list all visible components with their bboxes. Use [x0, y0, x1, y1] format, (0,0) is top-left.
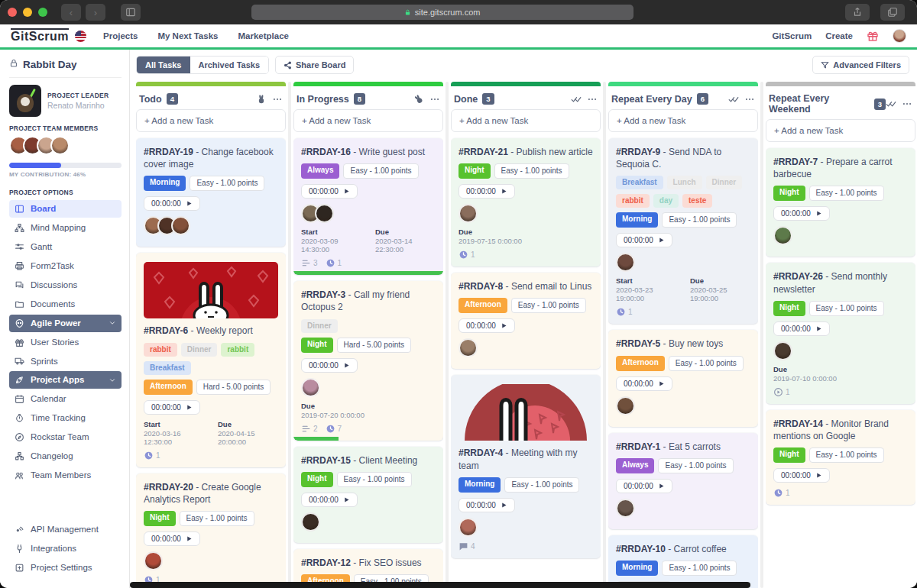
task-card[interactable]: #RRDAY-19 - Change facebook cover imageM…: [136, 138, 286, 247]
back-button[interactable]: ‹: [61, 4, 81, 21]
dots-icon[interactable]: [587, 94, 598, 105]
sidebar-item-calendar[interactable]: Calendar: [9, 390, 122, 408]
assignee-avatar[interactable]: [301, 378, 320, 397]
advanced-filters-button[interactable]: Advanced Filters: [812, 56, 909, 74]
play-icon[interactable]: [186, 404, 193, 411]
task-card[interactable]: #RRDAY-26 - Send monthly newsletterNight…: [766, 263, 915, 403]
task-card[interactable]: #RRDAY-16 - Write guest postAlwaysEasy -…: [293, 138, 443, 275]
task-card[interactable]: #RRDAY-20 - Create Google Analytics Repo…: [136, 473, 286, 588]
assignee-avatar[interactable]: [301, 512, 320, 531]
share-page-button[interactable]: [845, 4, 870, 21]
nav-link-projects[interactable]: Projects: [103, 31, 138, 40]
play-icon[interactable]: [815, 210, 822, 217]
task-card[interactable]: #RRDAY-14 - Monitor Brand mentions on Go…: [766, 410, 915, 505]
share-board-button[interactable]: Share Board: [275, 56, 354, 74]
timer-chip[interactable]: 00:00:00: [458, 184, 515, 199]
sidebar-item-board[interactable]: Board: [9, 200, 122, 218]
assignee-avatar[interactable]: [315, 204, 334, 223]
assignee-avatar[interactable]: [616, 396, 635, 415]
tab-all-tasks[interactable]: All Tasks: [137, 57, 190, 73]
forward-button[interactable]: ›: [86, 4, 105, 21]
play-icon[interactable]: [658, 237, 665, 244]
sidebar-item-integrations[interactable]: Integrations: [9, 540, 122, 557]
zoom-window-button[interactable]: [38, 8, 47, 17]
dots-icon[interactable]: [902, 99, 912, 109]
add-task-input[interactable]: + Add a new Task: [136, 109, 286, 132]
nav-link-gitscrum[interactable]: GitScrum: [772, 31, 812, 40]
timer-chip[interactable]: 00:00:00: [301, 493, 358, 507]
dots-icon[interactable]: [429, 94, 440, 105]
nav-link-create[interactable]: Create: [825, 31, 853, 40]
play-icon[interactable]: [186, 200, 193, 207]
sidebar-item-project-apps[interactable]: Project Apps: [9, 371, 122, 389]
timer-chip[interactable]: 00:00:00: [458, 498, 515, 512]
sidebar-item-team-members[interactable]: Team Members: [9, 467, 122, 484]
sidebar-item-gantt[interactable]: Gantt: [9, 238, 122, 256]
column-scrollbar-track[interactable]: [446, 82, 449, 588]
play-icon[interactable]: [501, 188, 507, 195]
tab-archived-tasks[interactable]: Archived Tasks: [190, 57, 269, 73]
play-icon[interactable]: [815, 472, 822, 479]
task-card[interactable]: #RRDAY-9 - Send NDA to Sequoia C.Breakfa…: [608, 138, 758, 324]
sidebar-item-discussions[interactable]: Discussions: [9, 276, 122, 294]
sidebar-item-agile-power[interactable]: Agile Power: [9, 315, 122, 332]
gitscrum-logo[interactable]: GitScrum: [11, 28, 69, 44]
assignee-avatar[interactable]: [616, 253, 635, 272]
add-task-input[interactable]: + Add a new Task: [608, 109, 758, 132]
timer-chip[interactable]: 00:00:00: [773, 206, 830, 221]
task-card[interactable]: #RRDAY-4 - Meeting with my teamMorningEa…: [451, 375, 601, 557]
minimize-window-button[interactable]: [23, 8, 32, 17]
team-member-avatar[interactable]: [50, 136, 70, 155]
play-icon[interactable]: [501, 322, 507, 329]
task-card[interactable]: #RRDAY-1 - Eat 5 carrotsAlwaysEasy - 1.0…: [608, 433, 758, 529]
play-icon[interactable]: [815, 325, 822, 332]
dots-icon[interactable]: [272, 94, 283, 105]
add-task-input[interactable]: + Add a new Task: [293, 109, 443, 132]
timer-chip[interactable]: 00:00:00: [458, 318, 515, 333]
tabs-overview-button[interactable]: [880, 4, 905, 21]
assignee-avatar[interactable]: [773, 226, 792, 245]
timer-chip[interactable]: 00:00:00: [301, 184, 358, 199]
play-icon[interactable]: [658, 483, 665, 489]
assignee-avatar[interactable]: [458, 338, 478, 357]
timer-chip[interactable]: 00:00:00: [301, 358, 358, 373]
add-task-input[interactable]: + Add a new Task: [451, 109, 601, 132]
play-icon[interactable]: [343, 362, 350, 369]
sidebar-item-documents[interactable]: Documents: [9, 296, 122, 313]
task-card[interactable]: #RRDAY-6 - Weekly reportrabbitDinnerrabb…: [136, 253, 286, 467]
gift-icon[interactable]: [867, 30, 879, 42]
sidebar-item-mind-mapping[interactable]: Mind Mapping: [9, 219, 122, 237]
play-icon[interactable]: [501, 502, 507, 509]
sidebar-item-time-tracking[interactable]: Time Tracking: [9, 409, 122, 427]
play-icon[interactable]: [343, 496, 350, 503]
column-scrollbar-track[interactable]: [760, 82, 763, 588]
task-card[interactable]: #RRDAY-8 - Send email to LinusAfternoonE…: [451, 273, 601, 369]
timer-chip[interactable]: 00:00:00: [616, 233, 672, 247]
sidebar-item-changelog[interactable]: Changelog: [9, 447, 122, 465]
sidebar-item-user-stories[interactable]: User Stories: [9, 334, 122, 351]
horizontal-scrollbar-thumb[interactable]: [130, 582, 750, 588]
add-task-input[interactable]: + Add a new Task: [766, 119, 915, 142]
task-card[interactable]: #RRDAY-5 - Buy new toysAfternoonEasy - 1…: [608, 330, 758, 426]
assignee-avatar[interactable]: [171, 216, 190, 235]
sidebar-item-project-settings[interactable]: Project Settings: [9, 559, 122, 577]
sidebar-item-form2task[interactable]: Form2Task: [9, 257, 122, 275]
sidebar-item-sprints[interactable]: Sprints: [9, 353, 122, 370]
task-card[interactable]: #RRDAY-10 - Carrot coffeeMorningEasy - 1…: [608, 535, 758, 588]
column-scrollbar-track[interactable]: [288, 82, 291, 588]
task-card[interactable]: #RRDAY-21 - Publish new articleNightEasy…: [451, 138, 601, 267]
nav-link-my-next-tasks[interactable]: My Next Tasks: [157, 31, 218, 40]
play-icon[interactable]: [343, 188, 350, 195]
user-avatar[interactable]: [893, 29, 906, 43]
sidebar-toggle-button[interactable]: [121, 4, 141, 21]
assignee-avatar[interactable]: [773, 341, 792, 360]
column-scrollbar-track[interactable]: [603, 82, 606, 588]
timer-chip[interactable]: 00:00:00: [616, 479, 672, 493]
assignee-avatar[interactable]: [458, 518, 478, 537]
task-card[interactable]: #RRDAY-7 - Prepare a carrot barbecueNigh…: [766, 148, 915, 257]
us-flag-icon[interactable]: [75, 31, 86, 42]
sidebar-item-api-management[interactable]: API Management: [9, 521, 122, 538]
timer-chip[interactable]: 00:00:00: [144, 196, 200, 211]
timer-chip[interactable]: 00:00:00: [773, 321, 830, 336]
assignee-avatar[interactable]: [458, 204, 478, 223]
